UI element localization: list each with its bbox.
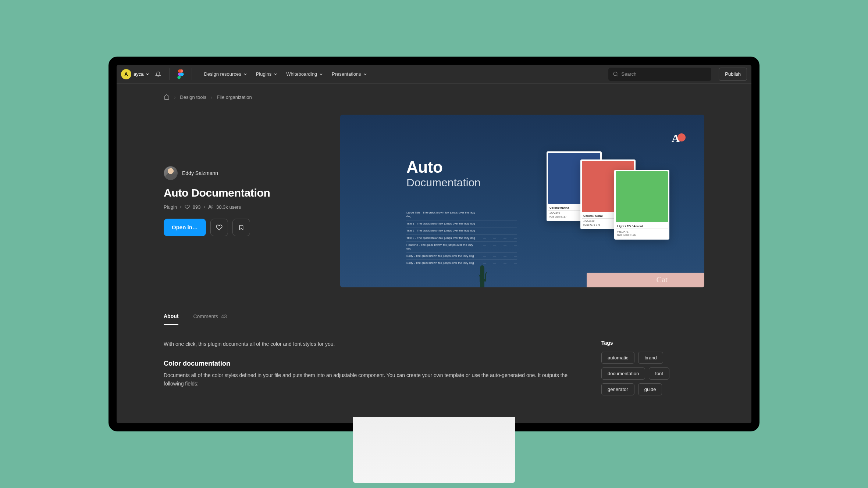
bookmark-icon [238,224,244,231]
chevron-down-icon [319,72,323,76]
svg-point-2 [209,205,211,207]
nav-label: Whiteboarding [286,71,317,77]
cactus-illustration [476,262,490,287]
svg-point-1 [613,72,617,76]
hero-footer-accent [587,273,704,287]
hero-brand-icon: A [670,130,687,146]
type-row: Body - The quick brown fox jumps over th… [406,260,517,267]
description-intro: With one click, this plugin documents al… [164,340,568,348]
breadcrumb-separator: › [211,94,212,100]
nav-plugins[interactable]: Plugins [256,71,278,77]
description-color-text: Documents all of the color styles define… [164,371,568,388]
home-logo-button[interactable] [175,68,186,80]
home-icon[interactable] [164,94,170,100]
svg-point-0 [180,72,184,76]
tags-list: automaticbranddocumentationfontgenerator… [601,352,704,395]
tab-comments[interactable]: Comments 43 [193,308,227,325]
nav-presentations[interactable]: Presentations [332,71,367,77]
nav-whiteboarding[interactable]: Whiteboarding [286,71,323,77]
plugin-type-label: Plugin [164,204,177,210]
topbar: A ayca Design r [117,65,751,84]
user-name: ayca [134,71,143,77]
chevron-down-icon [274,72,277,76]
bell-icon [155,71,161,77]
likes-count: 893 [193,204,201,210]
search-input[interactable] [621,71,707,77]
divider [169,68,170,80]
tab-about[interactable]: About [164,308,178,325]
type-row: Large Title - The quick brown fox jumps … [406,209,517,220]
comments-count: 43 [221,313,227,319]
hero: Eddy Salzmann Auto Documentation Plugin … [117,100,751,287]
nav-label: Presentations [332,71,361,77]
nav-label: Plugins [256,71,272,77]
tag-generator[interactable]: generator [601,383,634,395]
author-row[interactable]: Eddy Salzmann [164,166,318,180]
heart-icon [185,204,190,209]
breadcrumb-design-tools[interactable]: Design tools [180,94,206,100]
author-avatar [164,166,178,180]
chevron-down-icon [243,72,247,76]
notifications-button[interactable] [152,68,164,80]
account-switcher[interactable]: A ayca [121,69,149,79]
tab-label: Comments [193,313,218,319]
users-icon [208,204,213,209]
hero-image: A Auto Documentation Large Title - The q… [340,115,704,287]
tag-guide[interactable]: guide [638,383,662,395]
figma-logo-icon [177,69,184,79]
type-row: Title 2 - The quick brown fox jumps over… [406,227,517,234]
type-specimen-list: Large Title - The quick brown fox jumps … [406,209,517,267]
type-row: Body - The quick brown fox jumps over th… [406,253,517,260]
tag-documentation[interactable]: documentation [601,367,645,380]
plugin-title: Auto Documentation [164,187,318,199]
tag-font[interactable]: font [649,367,669,380]
bookmark-button[interactable] [232,219,250,236]
breadcrumb-separator: › [174,94,175,100]
tab-label: About [164,313,178,319]
publish-button[interactable]: Publish [719,68,747,81]
user-avatar: A [121,69,131,79]
search-box[interactable] [608,68,711,81]
author-name: Eddy Salzmann [182,170,218,176]
type-row: Title 3 - The quick brown fox jumps over… [406,235,517,242]
breadcrumb-file-organization[interactable]: File organization [217,94,252,100]
detail-body: With one click, this plugin documents al… [117,325,751,423]
tag-brand[interactable]: brand [638,352,663,364]
description-heading-color: Color documentation [164,358,568,369]
search-icon [613,71,618,77]
type-row: Title 1 - The quick brown fox jumps over… [406,220,517,227]
hero-heading: Auto [406,158,481,176]
like-button[interactable] [210,219,228,236]
chevron-down-icon [363,72,367,76]
hero-subheading: Documentation [406,176,481,189]
heart-icon [216,224,223,231]
tags-title: Tags [601,340,704,346]
nav-design-resources[interactable]: Design resources [204,71,247,77]
type-row: Headline - The quick brown fox jumps ove… [406,242,517,253]
open-in-button[interactable]: Open in… [164,219,206,236]
users-count: 30.3k users [216,204,241,210]
monitor-stand [353,417,515,483]
primary-nav: Design resources Plugins Whiteboarding P… [204,71,367,77]
detail-tabs: About Comments 43 [117,308,751,325]
plugin-meta: Plugin • 893 • 30.3k users [164,204,318,210]
breadcrumb: › Design tools › File organization [117,84,751,100]
color-cards: Colors/Marina#1C4475R28 G68 B117Colors /… [547,151,669,240]
chevron-down-icon [146,72,149,76]
hero-signature: Cat [656,275,668,284]
nav-label: Design resources [204,71,241,77]
divider [192,68,192,80]
color-card: Light / FG / Accent#4EDA7ER78 G218 B126 [614,170,669,240]
tag-automatic[interactable]: automatic [601,352,634,364]
